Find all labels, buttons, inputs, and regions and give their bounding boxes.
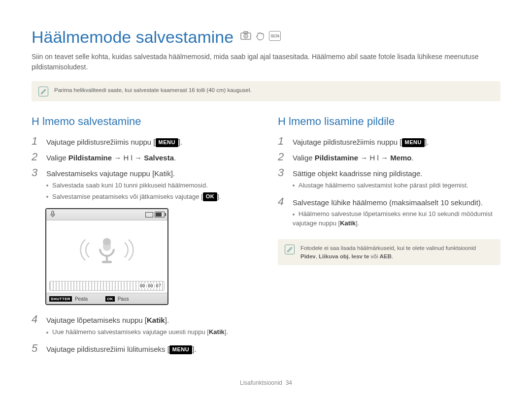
page-title: Häälmemode salvestamine P SCN <box>32 28 500 47</box>
svg-rect-9 <box>102 261 112 263</box>
scn-mode-icon: SCN <box>269 31 281 41</box>
ok-button-icon: OK <box>203 192 218 201</box>
lcd-shutter-label: SHUTTER <box>49 296 72 302</box>
step-number: 4 <box>32 313 40 326</box>
right-step-1: Vajutage pildistusrežiimis nuppu [MENU]. <box>293 137 500 148</box>
page-intro: Siin on teavet selle kohta, kuidas salve… <box>32 52 500 72</box>
mic-small-icon <box>49 211 56 219</box>
right-column: H lmemo lisamine pildile 1 Vajutage pild… <box>278 115 500 358</box>
left-column: H lmemo salvestamine 1 Vajutage pildistu… <box>32 115 254 358</box>
sound-wave-right-icon <box>121 238 135 264</box>
left-heading: H lmemo salvestamine <box>32 115 254 128</box>
step-number: 2 <box>278 151 287 163</box>
step-number: 1 <box>32 135 40 148</box>
hand-mode-icon <box>255 31 265 43</box>
right-step-2: Valige Pildistamine → H l → Memo. <box>293 153 500 163</box>
camera-mode-icon: P <box>240 31 251 43</box>
right-step-3: Sättige objekt kaadrisse ning pildistage… <box>293 168 500 192</box>
mic-large-icon <box>96 236 118 266</box>
lcd-illustration: 00:00:07 SHUTTER Peata OK Paus <box>45 208 168 305</box>
lcd-shutter-text: Peata <box>75 296 88 302</box>
step-number: 1 <box>278 135 287 148</box>
left-step-1: Vajutage pildistusrežiimis nuppu [MENU]. <box>46 137 254 148</box>
note-icon <box>285 245 295 254</box>
step-number: 3 <box>32 166 40 179</box>
step-number: 2 <box>32 151 40 163</box>
menu-button-icon: MENU <box>402 138 425 147</box>
left-step-2: Valige Pildistamine → H l → Salvesta. <box>46 153 254 163</box>
tip-text-right: Fotodele ei saa lisada häälmärkuseid, ku… <box>300 244 476 260</box>
left-step-5: Vajutage pildistusrežiimi lülitumiseks [… <box>46 344 254 355</box>
menu-button-icon: MENU <box>169 345 192 354</box>
step-number: 5 <box>32 342 40 355</box>
lcd-ok-label: OK <box>105 296 115 302</box>
right-heading: H lmemo lisamine pildile <box>278 115 500 128</box>
tip-banner-top: Parima helikvaliteedi saate, kui salvest… <box>32 81 500 101</box>
tip-text-top: Parima helikvaliteedi saate, kui salvest… <box>54 86 252 94</box>
left-step-4: Vajutage lõpetamiseks nuppu [Katik]. Uue… <box>46 315 254 339</box>
lcd-timecode: 00:00:07 <box>139 283 162 288</box>
page-footer: Lisafunktsioonid 34 <box>32 379 500 386</box>
left-step-3: Salvestamiseks vajutage nuppu [Katik]. S… <box>46 168 254 203</box>
svg-rect-7 <box>103 238 111 245</box>
battery-icon <box>145 212 165 217</box>
svg-rect-1 <box>244 31 248 33</box>
lcd-ok-text: Paus <box>118 296 129 302</box>
tip-banner-right: Fotodele ei saa lisada häälmärkuseid, ku… <box>278 239 500 265</box>
step-number: 3 <box>278 166 287 179</box>
step-number: 4 <box>278 195 287 208</box>
menu-button-icon: MENU <box>156 138 178 147</box>
title-mode-icons: P SCN <box>240 31 281 43</box>
svg-text:P: P <box>245 35 247 38</box>
title-text: Häälmemode salvestamine <box>32 28 233 47</box>
sound-wave-left-icon <box>78 238 93 264</box>
note-icon <box>38 87 48 96</box>
right-step-4: Salvestage lühike häälmemo (maksimaalsel… <box>293 197 500 230</box>
svg-rect-4 <box>52 211 54 215</box>
lcd-progress-bar: 00:00:07 <box>49 281 165 291</box>
